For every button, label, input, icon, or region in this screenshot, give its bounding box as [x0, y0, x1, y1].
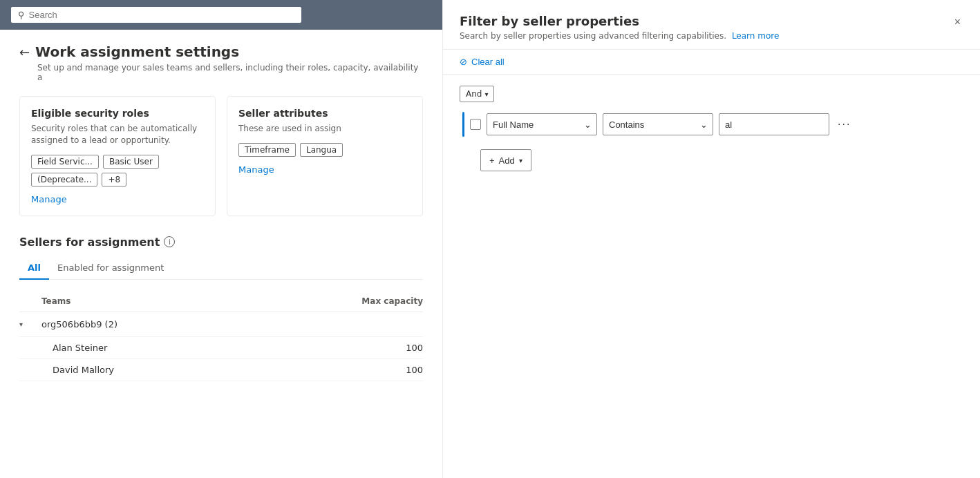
info-icon: i [164, 236, 175, 247]
col-teams-header: Teams [41, 296, 340, 306]
sellers-section-title: Sellers for assignment [19, 236, 160, 249]
tag-3: +8 [102, 173, 126, 187]
sellers-tabs: All Enabled for assignment [19, 257, 423, 280]
card-title-roles: Eligible security roles [31, 108, 204, 119]
cards-row: Eligible security roles Security roles t… [19, 96, 423, 216]
back-arrow-icon[interactable]: ← [19, 45, 30, 59]
seller-attributes-card: Seller attributes These are used in assi… [227, 96, 423, 216]
panel-title-block: Filter by seller properties Search by se… [460, 14, 952, 41]
clear-all-label: Clear all [471, 57, 505, 67]
panel-body: And ▾ Full Name Email Role Team Contains… [443, 75, 980, 478]
manage-link-roles[interactable]: Manage [31, 194, 67, 204]
operator-select[interactable]: Contains Equals Starts with Does not con… [603, 113, 713, 135]
attr-tag-0: Timeframe [238, 143, 296, 157]
add-label: Add [499, 155, 515, 166]
search-input[interactable] [29, 10, 294, 20]
filter-checkbox[interactable] [470, 119, 481, 130]
add-button[interactable]: + Add ▾ [480, 149, 531, 171]
panel-toolbar: ⊘ Clear all [443, 50, 980, 75]
attr-tag-1: Langua [300, 143, 343, 157]
seller-name-1: David Mallory [53, 365, 340, 375]
eligible-roles-card: Eligible security roles Security roles t… [19, 96, 216, 216]
tags-row-attrs: Timeframe Langua [238, 143, 411, 157]
filter-icon: ⊘ [460, 57, 467, 67]
and-chevron-icon: ▾ [484, 90, 488, 98]
filter-bar [462, 112, 464, 137]
tab-enabled[interactable]: Enabled for assignment [49, 257, 172, 280]
filter-panel: Filter by seller properties Search by se… [442, 0, 980, 478]
filter-value-input[interactable] [719, 113, 829, 135]
group-expand-btn[interactable]: ▾ [19, 321, 41, 328]
seller-capacity-0: 100 [340, 343, 423, 353]
tag-1: Basic User [103, 155, 159, 169]
main-content: ← Work assignment settings Set up and ma… [0, 30, 442, 478]
search-input-wrap[interactable]: ⚲ [11, 7, 301, 23]
manage-link-attrs[interactable]: Manage [238, 164, 274, 175]
panel-header: Filter by seller properties Search by se… [443, 0, 980, 50]
col-capacity-header: Max capacity [340, 296, 423, 306]
tag-0: Field Servic... [31, 155, 99, 169]
close-button[interactable]: × [952, 14, 963, 30]
sellers-section-header: Sellers for assignment i [19, 236, 423, 249]
operator-select-wrap[interactable]: Contains Equals Starts with Does not con… [603, 113, 713, 135]
learn-more-link[interactable]: Learn more [732, 31, 779, 41]
field-select[interactable]: Full Name Email Role Team [487, 113, 597, 135]
back-nav: ← Work assignment settings [19, 44, 423, 60]
tags-row-roles: Field Servic... Basic User (Deprecate...… [31, 155, 204, 187]
more-options-button[interactable]: ··· [835, 115, 854, 133]
tab-all[interactable]: All [19, 257, 49, 280]
and-dropdown[interactable]: And ▾ [460, 86, 494, 102]
field-select-wrap[interactable]: Full Name Email Role Team [487, 113, 597, 135]
seller-row-0: Alan Steiner 100 [19, 337, 423, 359]
panel-title: Filter by seller properties [460, 14, 952, 28]
card-desc-attrs: These are used in assign [238, 123, 411, 135]
card-title-attrs: Seller attributes [238, 108, 411, 119]
page-title: Work assignment settings [35, 44, 239, 60]
group-name: org506b6bb9 (2) [41, 319, 423, 329]
table-header: Teams Max capacity [19, 291, 423, 312]
plus-icon: + [489, 155, 495, 166]
and-label: And [466, 89, 482, 99]
seller-capacity-1: 100 [340, 365, 423, 375]
add-chevron-icon: ▾ [519, 157, 522, 164]
clear-all-button[interactable]: ⊘ Clear all [460, 57, 505, 67]
search-icon: ⚲ [18, 10, 25, 20]
panel-subtitle: Search by seller properties using advanc… [460, 31, 952, 41]
card-desc-roles: Security roles that can be automatically… [31, 123, 204, 146]
left-panel: ⚲ ← Work assignment settings Set up and … [0, 0, 442, 478]
group-row: ▾ org506b6bb9 (2) [19, 312, 423, 337]
seller-row-1: David Mallory 100 [19, 359, 423, 381]
tag-2: (Deprecate... [31, 173, 97, 187]
search-bar: ⚲ [0, 0, 442, 30]
panel-subtitle-text: Search by seller properties using advanc… [460, 31, 726, 41]
filter-row: Full Name Email Role Team Contains Equal… [460, 112, 963, 137]
page-subtitle: Set up and manage your sales teams and s… [37, 63, 423, 82]
seller-name-0: Alan Steiner [53, 343, 340, 353]
